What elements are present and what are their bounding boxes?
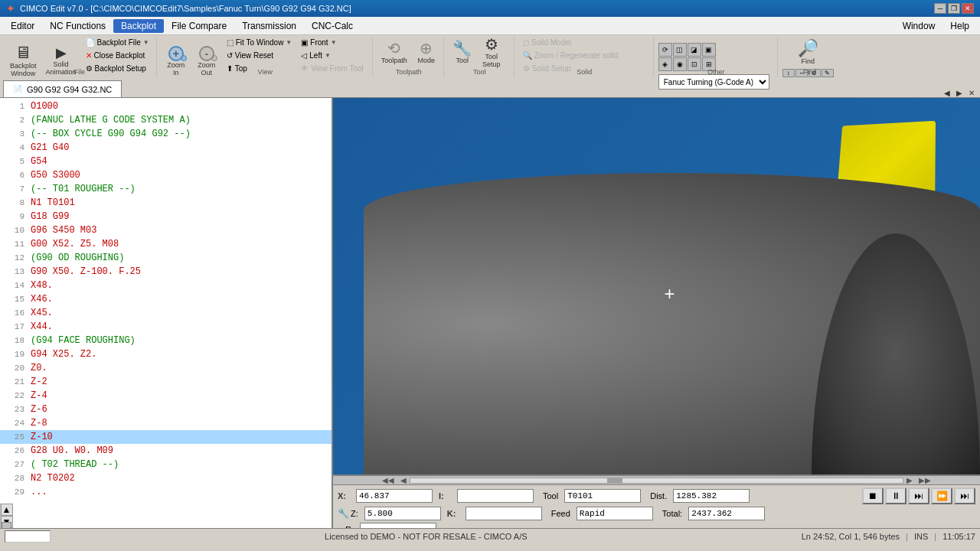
code-line-5[interactable]: 5G54 xyxy=(0,155,332,168)
tool-setup-button[interactable]: ⚙ ToolSetup xyxy=(478,37,505,67)
h-scroll-step-right[interactable]: ▶ xyxy=(903,476,916,484)
menu-backplot[interactable]: Backplot xyxy=(113,19,164,33)
fit-to-window-button[interactable]: ⬚ Fit To Window ▼ xyxy=(223,37,296,48)
toolbar-group-solid: ◻ Solid Model 🔍 Zoom / Regenerate solid … xyxy=(516,37,654,77)
view-reset-button[interactable]: ↺ View Reset xyxy=(223,50,296,61)
tool-button[interactable]: 🔧 Tool xyxy=(449,37,476,67)
close-button[interactable]: ✕ xyxy=(962,3,974,14)
view-reset-icon: ↺ xyxy=(227,51,233,60)
code-line-11[interactable]: 11G00 X52. Z5. M08 xyxy=(0,237,332,251)
line-number-17: 17 xyxy=(3,322,24,331)
z-value-field: 5.800 xyxy=(364,507,441,520)
code-line-14[interactable]: 14X48. xyxy=(0,279,332,292)
close-backplot-button[interactable]: ✕ Close Backplot xyxy=(82,50,153,61)
h-scrollbar[interactable]: ◀◀ ◀ ▶ ▶▶ xyxy=(333,476,980,485)
menu-nc-functions[interactable]: NC Functions xyxy=(42,19,113,33)
front-view-button[interactable]: ▣ Front ▼ xyxy=(297,37,368,48)
code-line-1[interactable]: 1O1000 xyxy=(0,99,332,113)
h-scroll-track[interactable] xyxy=(410,478,903,484)
code-line-4[interactable]: 4G21 G40 xyxy=(0,141,332,155)
code-line-29[interactable]: 29... xyxy=(0,485,332,499)
line-code-14: X48. xyxy=(31,280,53,291)
code-line-2[interactable]: 2(FANUC LATHE G CODE SYSTEM A) xyxy=(0,113,332,127)
code-line-12[interactable]: 12(G90 OD ROUGHING) xyxy=(0,251,332,265)
h-scroll-thumb[interactable] xyxy=(607,478,622,483)
menu-cnc-calc[interactable]: CNC-Calc xyxy=(304,19,361,33)
code-line-25[interactable]: 25Z-10 xyxy=(0,430,332,444)
code-line-23[interactable]: 23Z-6 xyxy=(0,403,332,416)
end-button[interactable]: ⏭ xyxy=(954,487,975,504)
line-number-9: 9 xyxy=(3,212,24,221)
other-icon-3[interactable]: ◪ xyxy=(688,43,701,57)
line-number-19: 19 xyxy=(3,350,24,359)
feed-value-field: Rapid xyxy=(577,507,653,520)
menu-window[interactable]: Window xyxy=(895,19,943,33)
menu-editor[interactable]: Editor xyxy=(3,19,42,33)
code-lines-container: 1O10002(FANUC LATHE G CODE SYSTEM A)3(--… xyxy=(0,98,332,504)
code-line-18[interactable]: 18(G94 FACE ROUGHING) xyxy=(0,334,332,347)
menu-help[interactable]: Help xyxy=(942,19,977,33)
code-line-22[interactable]: 22Z-4 xyxy=(0,389,332,403)
code-line-20[interactable]: 20Z0. xyxy=(0,361,332,375)
code-line-13[interactable]: 13G90 X50. Z-100. F.25 xyxy=(0,265,332,279)
h-scroll-step-left[interactable]: ◀ xyxy=(397,476,410,484)
other-icon-2[interactable]: ◫ xyxy=(673,43,687,57)
tool-label: Tool xyxy=(456,57,469,64)
line-code-1: O1000 xyxy=(31,101,58,112)
backplot-file-button[interactable]: 📄 Backplot File ▼ xyxy=(82,37,153,48)
h-scroll-right[interactable]: ▶▶ xyxy=(916,476,934,484)
code-line-19[interactable]: 19G94 X25. Z2. xyxy=(0,347,332,361)
find-button[interactable]: 🔎 Find xyxy=(794,37,822,67)
minimize-button[interactable]: ─ xyxy=(934,3,946,14)
code-line-21[interactable]: 21Z-2 xyxy=(0,375,332,389)
left-view-button[interactable]: ◁ Left ▼ xyxy=(297,50,368,61)
code-line-27[interactable]: 27( T02 THREAD --) xyxy=(0,458,332,471)
tab-next-button[interactable]: ▶ xyxy=(954,89,965,97)
file-group-label: File xyxy=(3,68,156,76)
tool-label: Tool xyxy=(543,491,558,500)
solid-model-button[interactable]: ◻ Solid Model xyxy=(519,37,622,48)
backplot-file-arrow: ▼ xyxy=(143,39,149,46)
code-line-26[interactable]: 26G28 U0. W0. M09 xyxy=(0,444,332,458)
tab-prev-button[interactable]: ◀ xyxy=(942,89,952,97)
line-number-22: 22 xyxy=(3,391,24,400)
code-line-28[interactable]: 28N2 T0202 xyxy=(0,471,332,485)
line-number-8: 8 xyxy=(3,198,24,207)
step-forward-button[interactable]: ⏭ xyxy=(908,487,929,504)
code-line-6[interactable]: 6G50 S3000 xyxy=(0,168,332,182)
h-scroll-left[interactable]: ◀◀ xyxy=(379,476,397,484)
menu-transmission[interactable]: Transmission xyxy=(234,19,304,33)
code-line-10[interactable]: 10G96 S450 M03 xyxy=(0,223,332,237)
code-line-17[interactable]: 17X44. xyxy=(0,320,332,334)
vertical-scrollbar[interactable]: ▲ ▼ xyxy=(0,504,12,528)
mode-button[interactable]: ⊕ Mode xyxy=(413,37,440,67)
stop-button[interactable]: ⏹ xyxy=(862,487,884,504)
tab-close-button[interactable]: ✕ xyxy=(966,89,977,97)
toolbar-group-other: ⟳ ◫ ◪ ▣ ◈ ◉ ⊡ ⊞ Fanuc Turning (G-Code A)… xyxy=(655,37,778,77)
code-line-15[interactable]: 15X46. xyxy=(0,292,332,306)
zoom-regen-solid-button[interactable]: 🔍 Zoom / Regenerate solid xyxy=(519,50,622,61)
title-bar-title: CIMCO Edit v7.0 - [C:\CIMCO\CIMCOEdit7\S… xyxy=(20,4,351,13)
other-icon-4[interactable]: ▣ xyxy=(702,43,716,57)
scroll-up-button[interactable]: ▲ xyxy=(1,504,13,516)
nc-type-dropdown[interactable]: Fanuc Turning (G-Code A) xyxy=(658,74,769,90)
code-line-9[interactable]: 9G18 G99 xyxy=(0,210,332,223)
pause-button[interactable]: ⏸ xyxy=(885,487,906,504)
toolpath-button[interactable]: ⟲ Toolpath xyxy=(377,37,411,67)
viewport-3d[interactable]: + xyxy=(333,98,980,474)
toolbar-row1: 🖥 BackplotWindow ▶ SolidAnimation 📄 Back… xyxy=(0,35,980,80)
other-icon-1[interactable]: ⟳ xyxy=(658,43,672,57)
scrollbar-thumb[interactable] xyxy=(2,522,11,528)
restore-button[interactable]: ❐ xyxy=(948,3,960,14)
code-line-7[interactable]: 7(-- T01 ROUGHER --) xyxy=(0,182,332,196)
line-code-17: X44. xyxy=(31,321,53,332)
backplot-file-label: Backplot File xyxy=(97,38,141,47)
code-line-8[interactable]: 8N1 T0101 xyxy=(0,196,332,210)
menu-file-compare[interactable]: File Compare xyxy=(164,19,234,33)
line-code-16: X45. xyxy=(31,308,53,318)
code-line-3[interactable]: 3(-- BOX CYCLE G90 G94 G92 --) xyxy=(0,127,332,141)
code-line-16[interactable]: 16X45. xyxy=(0,306,332,320)
toolbar-group-tool: 🔧 Tool ⚙ ToolSetup Tool xyxy=(446,37,514,77)
code-line-24[interactable]: 24Z-8 xyxy=(0,416,332,430)
fast-forward-button[interactable]: ⏩ xyxy=(931,487,952,504)
